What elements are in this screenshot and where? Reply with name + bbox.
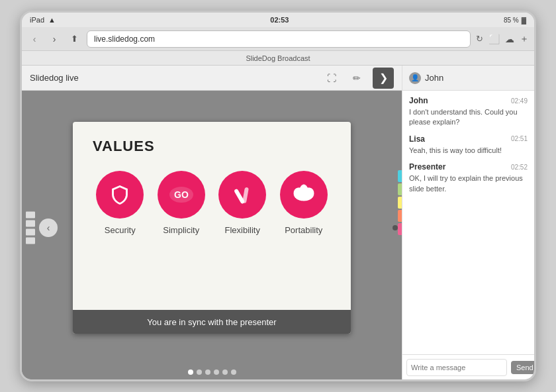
slide-footer-text: You are in sync with the presenter bbox=[147, 317, 276, 327]
page-title: SlideDog Broadcast bbox=[246, 54, 310, 62]
value-circle-simplicity: GO bbox=[158, 171, 205, 219]
presentation-panel: Slidedog live ⛶ ✏ ❯ ‹ VALUES bbox=[22, 66, 402, 379]
status-time: 02:53 bbox=[270, 16, 289, 24]
svg-rect-3 bbox=[242, 187, 249, 204]
chat-message-3: Presenter 02:52 OK, I will try to explai… bbox=[409, 162, 528, 194]
ipad-label: iPad bbox=[30, 16, 44, 24]
page-title-bar: SlideDog Broadcast bbox=[22, 51, 534, 66]
value-item-security: Security bbox=[96, 171, 144, 235]
indicator-1[interactable] bbox=[188, 369, 193, 375]
slide-thumb-3[interactable] bbox=[26, 229, 35, 236]
value-item-flexibility: Flexibility bbox=[218, 171, 266, 235]
back-button[interactable]: ‹ bbox=[27, 32, 42, 46]
indicator-4[interactable] bbox=[214, 369, 219, 375]
values-row: Security GO Simplicity bbox=[93, 171, 331, 235]
status-right: 85 % ▓ bbox=[504, 17, 526, 24]
indicator-6[interactable] bbox=[231, 369, 236, 375]
value-label-simplicity: Simplicity bbox=[163, 225, 199, 235]
forward-button[interactable]: › bbox=[47, 32, 62, 46]
pres-toolbar: Slidedog live ⛶ ✏ ❯ bbox=[22, 66, 402, 91]
slide-thumb-4[interactable] bbox=[26, 238, 35, 244]
slide-area: ‹ VALUES bbox=[22, 91, 402, 365]
battery-icon: ▓ bbox=[522, 17, 526, 24]
slide-thumb-2[interactable] bbox=[26, 220, 35, 227]
msg-sender-3: Presenter bbox=[409, 162, 445, 172]
pres-title: Slidedog live bbox=[30, 73, 316, 83]
chat-input[interactable] bbox=[406, 359, 507, 376]
main-content: Slidedog live ⛶ ✏ ❯ ‹ VALUES bbox=[22, 66, 534, 379]
tablet-frame: iPad ▲ 02:53 85 % ▓ ‹ › ⬆ live.slidedog.… bbox=[20, 11, 536, 381]
value-circle-portability bbox=[280, 171, 328, 219]
scroll-dot[interactable] bbox=[393, 225, 398, 230]
slide-container: VALUES Security bbox=[73, 122, 351, 334]
tabs-button[interactable]: ⬜ bbox=[488, 34, 500, 44]
next-button[interactable]: ❯ bbox=[373, 68, 394, 89]
msg-header-2: Lisa 02:51 bbox=[409, 134, 528, 144]
url-bar[interactable]: live.slidedog.com bbox=[87, 30, 471, 48]
share-button[interactable]: ⬆ bbox=[67, 32, 81, 46]
chat-messages: John 02:49 I don't understand this. Coul… bbox=[402, 91, 534, 354]
value-label-flexibility: Flexibility bbox=[225, 225, 260, 235]
send-button[interactable]: Send bbox=[511, 361, 534, 374]
fullscreen-button[interactable]: ⛶ bbox=[322, 69, 341, 87]
msg-header-1: John 02:49 bbox=[409, 96, 528, 105]
prev-slide-button[interactable]: ‹ bbox=[39, 219, 58, 237]
value-circle-security bbox=[96, 171, 144, 219]
slide-title: VALUES bbox=[93, 138, 155, 155]
edit-button[interactable]: ✏ bbox=[348, 69, 366, 87]
indicator-3[interactable] bbox=[205, 369, 210, 375]
msg-text-2: Yeah, this is way too difficult! bbox=[409, 146, 528, 156]
slide-indicators bbox=[22, 365, 402, 379]
indicator-5[interactable] bbox=[222, 369, 228, 375]
msg-text-3: OK, I will try to explain the previous s… bbox=[409, 173, 528, 194]
status-left: iPad ▲ bbox=[30, 16, 56, 24]
slide-content: VALUES Security bbox=[73, 122, 351, 310]
msg-time-3: 02:52 bbox=[511, 164, 528, 171]
msg-header-3: Presenter 02:52 bbox=[409, 162, 528, 172]
address-bar: ‹ › ⬆ live.slidedog.com ↻ ⬜ ☁ ＋ bbox=[22, 27, 534, 51]
msg-time-2: 02:51 bbox=[511, 135, 528, 142]
msg-text-1: I don't understand this. Could you pleas… bbox=[409, 107, 528, 128]
value-label-security: Security bbox=[105, 225, 136, 235]
battery-percent: 85 % bbox=[504, 17, 519, 24]
refresh-button[interactable]: ↻ bbox=[476, 34, 483, 44]
chat-header: 👤 John bbox=[402, 66, 534, 91]
new-tab-button[interactable]: ＋ bbox=[520, 33, 529, 45]
slide-footer: You are in sync with the presenter bbox=[73, 310, 351, 334]
user-avatar-icon: 👤 bbox=[409, 72, 421, 84]
chat-input-area: Send bbox=[402, 354, 534, 379]
svg-text:GO: GO bbox=[174, 189, 189, 200]
status-bar: iPad ▲ 02:53 85 % ▓ bbox=[22, 13, 534, 27]
msg-sender-1: John bbox=[409, 96, 428, 105]
indicator-2[interactable] bbox=[197, 369, 202, 375]
chat-username: John bbox=[425, 73, 443, 83]
bookmark-button[interactable]: ☁ bbox=[505, 34, 514, 44]
chat-message-1: John 02:49 I don't understand this. Coul… bbox=[409, 96, 528, 128]
value-circle-flexibility bbox=[218, 171, 266, 219]
value-label-portability: Portability bbox=[285, 225, 322, 235]
msg-sender-2: Lisa bbox=[409, 134, 425, 144]
chat-message-2: Lisa 02:51 Yeah, this is way too difficu… bbox=[409, 134, 528, 156]
msg-time-1: 02:49 bbox=[511, 97, 528, 105]
wifi-icon: ▲ bbox=[48, 16, 56, 24]
chat-panel: 👤 John John 02:49 I don't understand thi… bbox=[402, 66, 534, 379]
url-text: live.slidedog.com bbox=[94, 34, 155, 44]
value-item-portability: Portability bbox=[280, 171, 328, 235]
slide-thumbnails bbox=[26, 212, 38, 244]
value-item-simplicity: GO Simplicity bbox=[158, 171, 205, 235]
slide-thumb-1[interactable] bbox=[26, 212, 35, 219]
